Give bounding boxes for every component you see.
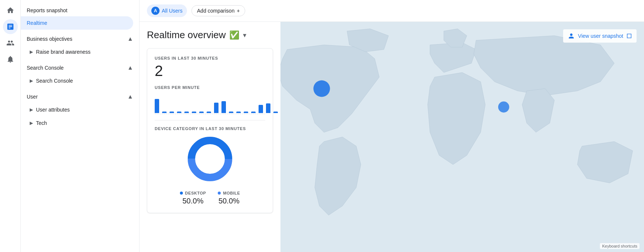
keyboard-shortcuts-label[interactable]: Keyboard shortcuts bbox=[600, 243, 640, 249]
user-section-label: User bbox=[27, 94, 38, 100]
page-title: Realtime overview bbox=[147, 29, 226, 41]
users-per-minute-label: USERS PER MINUTE bbox=[155, 85, 265, 90]
svg-point-4 bbox=[313, 80, 330, 97]
donut-container: DESKTOP 50.0% MOBILE 50.0% bbox=[155, 133, 265, 205]
content-area: Realtime overview ✅ ▾ USERS IN LAST 30 M… bbox=[139, 22, 644, 252]
page-title-container: Realtime overview ✅ ▾ bbox=[147, 29, 273, 41]
divider bbox=[155, 120, 265, 120]
segment-label: All Users bbox=[162, 8, 183, 14]
search-console-chevron: ▲ bbox=[127, 64, 133, 71]
bar-chart-bar bbox=[259, 105, 263, 113]
search-console-section: Search Console ▲ ▶ Search Console bbox=[21, 60, 139, 87]
desktop-legend-label: DESKTOP bbox=[180, 191, 206, 195]
bar-chart-bar bbox=[229, 112, 233, 113]
bar-chart-bar bbox=[273, 112, 278, 113]
analytics-icon[interactable] bbox=[3, 19, 18, 34]
main-content: A All Users Add comparison + Realtime ov… bbox=[139, 0, 644, 252]
view-snapshot-label: View user snapshot bbox=[578, 33, 623, 39]
bar-chart-bar bbox=[184, 112, 189, 113]
data-panel: Realtime overview ✅ ▾ USERS IN LAST 30 M… bbox=[139, 22, 280, 252]
svg-point-5 bbox=[498, 102, 509, 113]
search-console-label: Search Console bbox=[27, 65, 64, 71]
user-section-header[interactable]: User ▲ bbox=[21, 89, 139, 103]
tech-arrow-icon: ▶ bbox=[30, 120, 33, 126]
desktop-label: DESKTOP bbox=[185, 191, 206, 195]
device-category-label: DEVICE CATEGORY IN LAST 30 MINUTES bbox=[155, 126, 265, 131]
icon-bar bbox=[0, 0, 21, 252]
bar-chart-bar bbox=[162, 112, 167, 113]
search-console-sub-label: Search Console bbox=[36, 78, 73, 84]
mobile-label: MOBILE bbox=[223, 191, 240, 195]
arrow-icon: ▶ bbox=[30, 49, 33, 54]
bar-chart-bar bbox=[192, 112, 196, 113]
business-objectives-header[interactable]: Business objectives ▲ bbox=[21, 31, 139, 45]
bar-chart-bar bbox=[155, 99, 159, 113]
business-objectives-chevron: ▲ bbox=[127, 36, 133, 42]
tech-item[interactable]: ▶ Tech bbox=[21, 116, 139, 130]
realtime-nav-item[interactable]: Realtime bbox=[21, 16, 133, 30]
donut-chart bbox=[184, 133, 236, 185]
search-console-item[interactable]: ▶ Search Console bbox=[21, 74, 139, 87]
bar-chart-bar bbox=[199, 112, 204, 113]
mobile-legend-item: MOBILE 50.0% bbox=[218, 191, 240, 205]
raise-brand-awareness-label: Raise brand awareness bbox=[36, 49, 91, 55]
add-comparison-button[interactable]: Add comparison + bbox=[191, 5, 245, 16]
bar-chart bbox=[155, 92, 265, 114]
users-30min-label: USERS IN LAST 30 MINUTES bbox=[155, 56, 265, 60]
user-attributes-arrow-icon: ▶ bbox=[30, 107, 33, 112]
desktop-legend-item: DESKTOP 50.0% bbox=[180, 191, 206, 205]
bar-chart-bar bbox=[170, 112, 174, 113]
reports-snapshot-header[interactable]: Reports snapshot bbox=[21, 3, 139, 16]
business-objectives-section: Business objectives ▲ ▶ Raise brand awar… bbox=[21, 31, 139, 59]
mobile-value: 50.0% bbox=[218, 197, 240, 205]
user-attributes-label: User attributes bbox=[36, 107, 70, 113]
bar-chart-bar bbox=[236, 112, 241, 113]
topbar: A All Users Add comparison + bbox=[139, 0, 644, 22]
tech-label: Tech bbox=[36, 120, 47, 126]
person-search-icon bbox=[568, 32, 575, 40]
bar-chart-bar bbox=[214, 103, 218, 113]
bar-chart-bar bbox=[251, 112, 256, 113]
user-section: User ▲ ▶ User attributes ▶ Tech bbox=[21, 89, 139, 130]
all-users-segment[interactable]: A All Users bbox=[147, 4, 187, 17]
users-30min-value: 2 bbox=[155, 63, 265, 79]
add-comparison-label: Add comparison bbox=[197, 8, 234, 14]
search-console-arrow-icon: ▶ bbox=[30, 78, 33, 83]
segment-avatar: A bbox=[151, 7, 160, 15]
sidebar: Reports snapshot Realtime Business objec… bbox=[21, 0, 139, 252]
bar-chart-bar bbox=[221, 101, 226, 113]
user-attributes-item[interactable]: ▶ User attributes bbox=[21, 103, 139, 116]
audience-icon[interactable] bbox=[3, 36, 18, 50]
plus-icon: + bbox=[237, 8, 240, 14]
bar-chart-bar bbox=[207, 112, 211, 113]
stats-card: USERS IN LAST 30 MINUTES 2 USERS PER MIN… bbox=[147, 48, 273, 213]
desktop-dot bbox=[180, 192, 183, 195]
expand-icon bbox=[626, 33, 632, 39]
view-user-snapshot-button[interactable]: View user snapshot bbox=[563, 29, 637, 43]
title-dropdown-icon[interactable]: ▾ bbox=[243, 31, 246, 39]
chart-legend: DESKTOP 50.0% MOBILE 50.0% bbox=[180, 191, 240, 205]
mobile-dot bbox=[218, 192, 221, 195]
bar-chart-bar bbox=[266, 103, 270, 113]
world-map bbox=[280, 22, 644, 252]
map-area: View user snapshot Keyboard shortcuts bbox=[280, 22, 644, 252]
home-icon[interactable] bbox=[3, 3, 18, 18]
mobile-legend-label: MOBILE bbox=[218, 191, 240, 195]
user-chevron: ▲ bbox=[127, 93, 133, 100]
alerts-icon[interactable] bbox=[3, 52, 18, 67]
raise-brand-awareness-item[interactable]: ▶ Raise brand awareness bbox=[21, 45, 139, 59]
status-icon: ✅ bbox=[229, 30, 239, 40]
search-console-header[interactable]: Search Console ▲ bbox=[21, 60, 139, 74]
desktop-value: 50.0% bbox=[183, 197, 204, 205]
business-objectives-label: Business objectives bbox=[27, 36, 72, 42]
bar-chart-bar bbox=[244, 112, 248, 113]
bar-chart-bar bbox=[177, 112, 181, 113]
